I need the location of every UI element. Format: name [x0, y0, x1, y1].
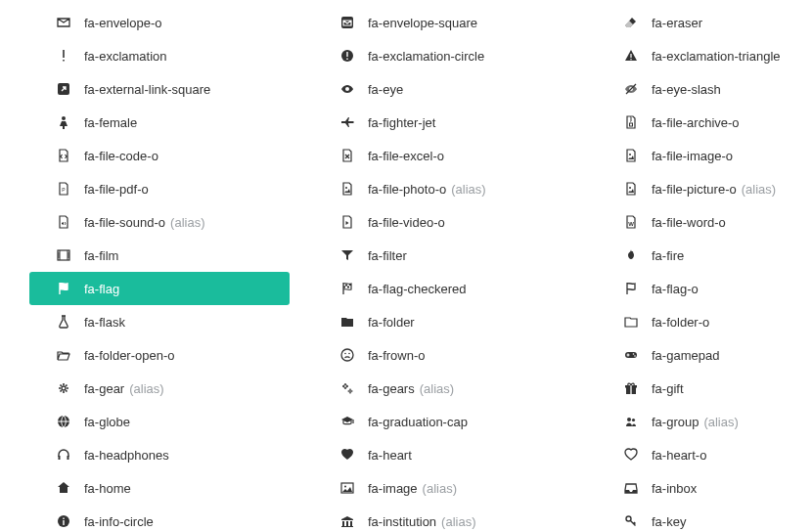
icon-label: fa-flag	[84, 282, 119, 296]
icon-label: fa-gear	[84, 381, 124, 396]
icon-label: fa-key	[652, 514, 686, 529]
fa-home-icon	[53, 481, 74, 495]
icon-item-fa-flag[interactable]: fa-flag	[29, 272, 290, 305]
icon-label: fa-info-circle	[84, 514, 154, 529]
icon-item-fa-gears[interactable]: fa-gears(alias)	[313, 372, 573, 405]
icon-item-fa-envelope-o[interactable]: fa-envelope-o	[29, 6, 290, 39]
alias-badge: (alias)	[441, 514, 475, 529]
icon-label: fa-gift	[652, 381, 684, 396]
icon-item-fa-file-archive-o[interactable]: fa-file-archive-o	[597, 106, 790, 139]
icon-item-fa-eye[interactable]: fa-eye	[313, 72, 573, 106]
icon-label: fa-filter	[368, 248, 407, 263]
fa-envelope-o-icon	[53, 16, 74, 29]
icon-item-fa-group[interactable]: fa-group(alias)	[597, 405, 790, 438]
icon-item-fa-file-code-o[interactable]: fa-file-code-o	[29, 139, 290, 172]
icon-item-fa-external-link-square[interactable]: fa-external-link-square	[29, 72, 290, 106]
icon-label: fa-fighter-jet	[368, 115, 435, 130]
icon-item-fa-film[interactable]: fa-film	[29, 239, 290, 272]
icon-label: fa-globe	[84, 415, 130, 429]
icon-item-fa-fighter-jet[interactable]: fa-fighter-jet	[313, 106, 573, 139]
icon-label: fa-folder-open-o	[84, 348, 175, 363]
icon-item-fa-gamepad[interactable]: fa-gamepad	[597, 338, 790, 372]
icon-label: fa-file-word-o	[652, 215, 726, 230]
fa-filter-icon	[337, 248, 358, 262]
fa-file-word-o-icon	[620, 215, 642, 229]
alias-badge: (alias)	[420, 381, 454, 396]
icon-item-fa-file-picture-o[interactable]: fa-file-picture-o(alias)	[597, 172, 790, 205]
icon-item-fa-filter[interactable]: fa-filter	[313, 239, 573, 272]
icon-item-fa-fire[interactable]: fa-fire	[597, 239, 790, 272]
icon-item-fa-envelope-square[interactable]: fa-envelope-square	[313, 6, 573, 39]
fa-file-sound-o-icon	[53, 215, 74, 229]
icon-label: fa-envelope-square	[368, 16, 477, 30]
icon-item-fa-eraser[interactable]: fa-eraser	[597, 6, 790, 39]
icon-item-fa-file-word-o[interactable]: fa-file-word-o	[597, 205, 790, 239]
fa-inbox-icon	[620, 481, 642, 495]
icon-item-fa-folder[interactable]: fa-folder	[313, 305, 573, 338]
fa-institution-icon	[337, 514, 358, 528]
icon-item-fa-file-excel-o[interactable]: fa-file-excel-o	[313, 139, 573, 172]
icon-item-fa-exclamation-circle[interactable]: fa-exclamation-circle	[313, 39, 573, 72]
fa-file-excel-o-icon	[337, 149, 358, 162]
icon-item-fa-file-photo-o[interactable]: fa-file-photo-o(alias)	[313, 172, 573, 205]
icon-item-fa-key[interactable]: fa-key	[597, 505, 790, 531]
icon-item-fa-flask[interactable]: fa-flask	[29, 305, 290, 338]
fa-flag-icon	[53, 282, 74, 295]
icon-label: fa-file-video-o	[368, 215, 445, 230]
icon-item-fa-file-pdf-o[interactable]: fa-file-pdf-o	[29, 172, 290, 205]
icon-label: fa-flag-checkered	[368, 282, 466, 296]
icon-label: fa-file-photo-o	[368, 182, 446, 197]
icon-item-fa-folder-open-o[interactable]: fa-folder-open-o	[29, 338, 290, 372]
fa-folder-open-o-icon	[53, 348, 74, 362]
alias-badge: (alias)	[423, 481, 457, 496]
icon-label: fa-folder	[368, 315, 415, 330]
icon-item-fa-image[interactable]: fa-image(alias)	[313, 471, 573, 505]
icon-item-fa-gift[interactable]: fa-gift	[597, 372, 790, 405]
icon-item-fa-female[interactable]: fa-female	[29, 106, 290, 139]
icon-item-fa-heart-o[interactable]: fa-heart-o	[597, 438, 790, 471]
icon-item-fa-folder-o[interactable]: fa-folder-o	[597, 305, 790, 338]
icon-label: fa-file-sound-o	[84, 215, 165, 230]
fa-group-icon	[620, 415, 642, 428]
fa-film-icon	[53, 248, 74, 262]
fa-folder-o-icon	[620, 315, 642, 329]
icon-item-fa-flag-checkered[interactable]: fa-flag-checkered	[313, 272, 573, 305]
fa-heart-o-icon	[620, 448, 642, 462]
icon-item-fa-heart[interactable]: fa-heart	[313, 438, 573, 471]
icon-item-fa-frown-o[interactable]: fa-frown-o	[313, 338, 573, 372]
icon-item-fa-info-circle[interactable]: fa-info-circle	[29, 505, 290, 531]
icon-item-fa-graduation-cap[interactable]: fa-graduation-cap	[313, 405, 573, 438]
alias-badge: (alias)	[451, 182, 485, 197]
icon-item-fa-eye-slash[interactable]: fa-eye-slash	[597, 72, 790, 106]
icon-label: fa-flag-o	[652, 282, 699, 296]
icon-item-fa-globe[interactable]: fa-globe	[29, 405, 290, 438]
icon-item-fa-gear[interactable]: fa-gear(alias)	[29, 372, 290, 405]
icon-item-fa-inbox[interactable]: fa-inbox	[597, 471, 790, 505]
fa-gamepad-icon	[620, 348, 642, 362]
fa-file-image-o-icon	[620, 149, 642, 162]
fa-exclamation-circle-icon	[337, 49, 358, 63]
icon-item-fa-home[interactable]: fa-home	[29, 471, 290, 505]
icon-item-fa-flag-o[interactable]: fa-flag-o	[597, 272, 790, 305]
icon-item-fa-file-image-o[interactable]: fa-file-image-o	[597, 139, 790, 172]
icon-label: fa-frown-o	[368, 348, 426, 363]
icon-item-fa-exclamation-triangle[interactable]: fa-exclamation-triangle	[597, 39, 790, 72]
icon-item-fa-exclamation[interactable]: fa-exclamation	[29, 39, 290, 72]
fa-eraser-icon	[620, 16, 642, 29]
fa-eye-slash-icon	[620, 82, 642, 96]
icon-item-fa-institution[interactable]: fa-institution(alias)	[313, 505, 573, 531]
fa-globe-icon	[53, 415, 74, 428]
icon-item-fa-file-sound-o[interactable]: fa-file-sound-o(alias)	[29, 205, 290, 239]
fa-gears-icon	[337, 381, 358, 395]
icon-label: fa-file-pdf-o	[84, 182, 149, 197]
alias-badge: (alias)	[703, 415, 738, 429]
icon-item-fa-headphones[interactable]: fa-headphones	[29, 438, 290, 471]
fa-flask-icon	[53, 315, 74, 329]
icon-label: fa-group	[652, 415, 699, 429]
icon-item-fa-file-video-o[interactable]: fa-file-video-o	[313, 205, 573, 239]
fa-external-link-square-icon	[53, 82, 74, 96]
alias-badge: (alias)	[170, 215, 204, 230]
fa-flag-o-icon	[620, 282, 642, 295]
icon-label: fa-external-link-square	[84, 82, 210, 97]
fa-gift-icon	[620, 381, 642, 395]
